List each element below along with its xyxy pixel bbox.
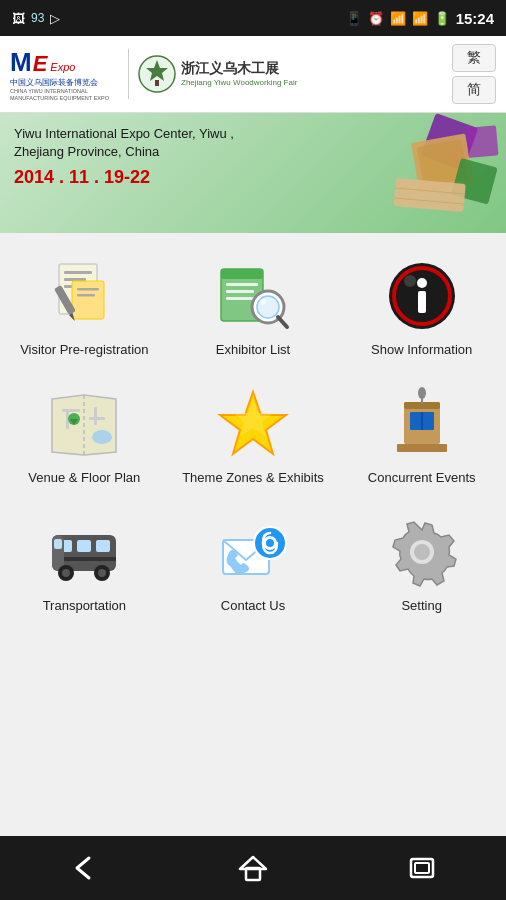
svg-point-42: [92, 430, 112, 444]
svg-rect-12: [64, 271, 92, 274]
visitor-prereg-icon: [44, 259, 124, 334]
banner-cubes-decoration: [356, 113, 506, 233]
back-button[interactable]: [54, 848, 114, 888]
status-right-icons: 📱 ⏰ 📶 📶 🔋 15:24: [346, 10, 494, 27]
theme-zones-label: Theme Zones & Exhibits: [182, 470, 324, 487]
signal-icon: 📶: [412, 11, 428, 26]
transportation-icon: [44, 515, 124, 590]
logo-m: M: [10, 47, 32, 78]
menu-item-concurrent[interactable]: Concurrent Events: [337, 371, 506, 499]
svg-rect-54: [77, 540, 91, 552]
phone-icon: 📱: [346, 11, 362, 26]
svg-rect-10: [466, 125, 499, 158]
home-button[interactable]: [223, 848, 283, 888]
alarm-icon: ⏰: [368, 11, 384, 26]
woodworking-en-title: Zhejiang Yiwu Woodworking Fair: [181, 78, 297, 88]
menu-item-contact-us[interactable]: Contact Us: [169, 499, 338, 627]
event-banner: Yiwu International Expo Center, Yiwu ,Zh…: [0, 113, 506, 233]
setting-icon: [382, 515, 462, 590]
menu-item-visitor-prereg[interactable]: Visitor Pre-registration: [0, 243, 169, 371]
svg-rect-58: [54, 539, 62, 549]
svg-rect-55: [96, 540, 110, 552]
setting-label: Setting: [401, 598, 441, 615]
play-icon: ▷: [50, 11, 60, 26]
concurrent-icon: [382, 387, 462, 462]
app-header: M E Expo 中国义乌国际装备博览会 CHINA YIWU INTERNAT…: [0, 36, 506, 113]
logo-e: E: [33, 51, 48, 77]
main-menu-grid: Visitor Pre-registration Exhibitor List: [0, 233, 506, 637]
lang-simp-button[interactable]: 简: [452, 76, 496, 104]
svg-rect-2: [155, 80, 159, 86]
banner-address: Yiwu International Expo Center, Yiwu ,Zh…: [14, 125, 234, 161]
svg-rect-21: [221, 269, 263, 279]
spacer: [0, 637, 506, 777]
svg-point-33: [404, 275, 416, 287]
svg-rect-24: [226, 297, 256, 300]
status-left-icons: 🖼 93 ▷: [12, 11, 60, 26]
theme-zones-icon: [213, 387, 293, 462]
bottom-nav: [0, 836, 506, 900]
woodworking-cn-title: 浙江义乌木工展: [181, 60, 297, 78]
me-expo-logo: M E Expo 中国义乌国际装备博览会 CHINA YIWU INTERNAT…: [10, 47, 120, 102]
contact-us-icon: [213, 515, 293, 590]
lang-trad-button[interactable]: 繁: [452, 44, 496, 72]
venue-floor-icon: [44, 387, 124, 462]
battery-icon: 🔋: [434, 11, 450, 26]
menu-item-transportation[interactable]: Transportation: [0, 499, 169, 627]
svg-rect-72: [415, 863, 429, 873]
time-display: 15:24: [456, 10, 494, 27]
recent-button[interactable]: [392, 848, 452, 888]
svg-point-66: [266, 539, 274, 547]
svg-point-26: [257, 296, 279, 318]
svg-point-62: [98, 569, 106, 577]
exhibitor-list-label: Exhibitor List: [216, 342, 290, 359]
menu-item-exhibitor-list[interactable]: Exhibitor List: [169, 243, 338, 371]
menu-item-setting[interactable]: Setting: [337, 499, 506, 627]
wifi-icon: 📶: [390, 11, 406, 26]
banner-text: Yiwu International Expo Center, Yiwu ,Zh…: [14, 125, 234, 188]
svg-rect-39: [94, 407, 97, 425]
lang-buttons[interactable]: 繁 简: [452, 44, 496, 104]
svg-rect-47: [397, 444, 447, 452]
svg-point-68: [414, 544, 430, 560]
logo-expo: Expo: [50, 61, 75, 73]
svg-point-60: [62, 569, 70, 577]
concurrent-label: Concurrent Events: [368, 470, 476, 487]
me-expo-en-name: CHINA YIWU INTERNATIONAL MANUFACTURING E…: [10, 88, 120, 101]
svg-point-31: [417, 278, 427, 288]
battery-badge: 93: [31, 11, 44, 25]
me-expo-cn-name: 中国义乌国际装备博览会: [10, 78, 120, 88]
svg-rect-32: [418, 291, 426, 313]
image-icon: 🖼: [12, 11, 25, 26]
svg-point-28: [260, 299, 266, 305]
svg-rect-17: [77, 294, 95, 297]
menu-item-theme-zones[interactable]: Theme Zones & Exhibits: [169, 371, 338, 499]
logo-divider: [128, 49, 129, 99]
exhibitor-list-icon: [213, 259, 293, 334]
woodworking-logo: 浙江义乌木工展 Zhejiang Yiwu Woodworking Fair: [137, 54, 297, 94]
svg-rect-23: [226, 290, 254, 293]
svg-rect-36: [62, 409, 80, 412]
show-info-icon: [382, 259, 462, 334]
banner-date: 2014 . 11 . 19-22: [14, 167, 234, 188]
menu-item-venue-floor[interactable]: Venue & Floor Plan: [0, 371, 169, 499]
svg-rect-15: [72, 281, 104, 319]
woodworking-icon-svg: [137, 54, 177, 94]
woodworking-text: 浙江义乌木工展 Zhejiang Yiwu Woodworking Fair: [181, 60, 297, 88]
svg-rect-16: [77, 288, 99, 291]
visitor-prereg-label: Visitor Pre-registration: [20, 342, 148, 359]
logo-container: M E Expo 中国义乌国际装备博览会 CHINA YIWU INTERNAT…: [10, 47, 297, 102]
svg-point-49: [418, 387, 426, 399]
svg-rect-22: [226, 283, 258, 286]
status-bar: 🖼 93 ▷ 📱 ⏰ 📶 📶 🔋 15:24: [0, 0, 506, 36]
contact-us-label: Contact Us: [221, 598, 285, 615]
transportation-label: Transportation: [43, 598, 126, 615]
venue-floor-label: Venue & Floor Plan: [28, 470, 140, 487]
show-info-label: Show Information: [371, 342, 472, 359]
svg-line-27: [278, 317, 287, 327]
menu-item-show-info[interactable]: Show Information: [337, 243, 506, 371]
